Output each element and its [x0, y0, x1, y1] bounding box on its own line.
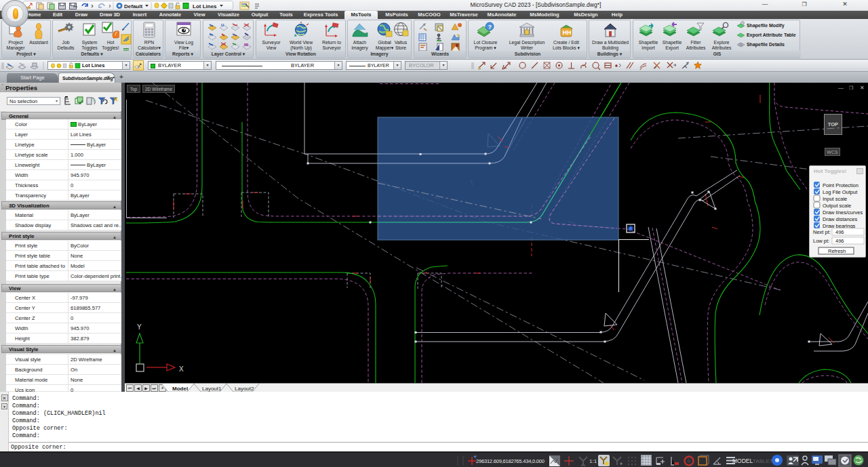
svg-text:Lot Lines: Lot Lines — [193, 3, 217, 9]
svg-text:?: ? — [488, 24, 492, 31]
svg-text:Refresh: Refresh — [828, 248, 846, 254]
svg-text:Layout2: Layout2 — [235, 386, 254, 392]
svg-text:Next pt:: Next pt: — [813, 229, 831, 235]
svg-text:Model: Model — [172, 386, 188, 392]
svg-text:Draw bearings: Draw bearings — [823, 223, 856, 229]
svg-text:Log File Output: Log File Output — [823, 189, 858, 195]
svg-text:Output scale: Output scale — [823, 203, 851, 209]
svg-text:MODEL: MODEL — [732, 458, 753, 464]
svg-text:U: U — [221, 23, 224, 27]
svg-text:Layout1: Layout1 — [202, 386, 222, 392]
svg-text:Y: Y — [137, 323, 142, 331]
svg-text:Input scale: Input scale — [823, 196, 847, 202]
svg-text:HH: HH — [563, 29, 572, 36]
svg-text:Draw lines/curves: Draw lines/curves — [823, 209, 863, 216]
svg-text:TABLET: TABLET — [753, 458, 773, 464]
svg-text:Draw distances: Draw distances — [823, 216, 858, 222]
svg-text:496: 496 — [835, 229, 844, 235]
svg-text:Default: Default — [124, 3, 142, 9]
svg-text:1:1: 1:1 — [589, 458, 597, 464]
svg-text:496: 496 — [835, 238, 844, 244]
svg-text:X: X — [179, 365, 184, 373]
svg-text:Low pt:: Low pt: — [813, 238, 829, 244]
svg-text:Point Protection: Point Protection — [823, 182, 859, 188]
